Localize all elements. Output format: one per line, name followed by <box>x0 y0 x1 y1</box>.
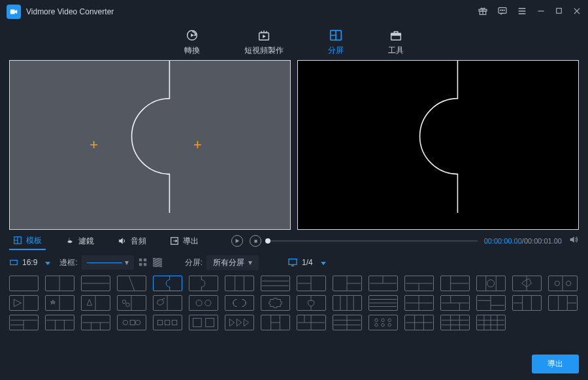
template-item[interactable] <box>189 295 218 311</box>
template-item[interactable] <box>189 276 218 291</box>
template-item[interactable] <box>368 315 398 330</box>
template-item[interactable] <box>512 276 542 291</box>
template-item[interactable] <box>333 295 362 311</box>
template-item[interactable] <box>117 295 146 311</box>
template-item[interactable] <box>440 315 470 330</box>
template-item[interactable] <box>476 276 506 291</box>
border-pattern-icon[interactable] <box>152 257 163 268</box>
gift-icon[interactable] <box>478 6 488 18</box>
template-item[interactable] <box>81 315 110 330</box>
feedback-icon[interactable] <box>497 6 508 18</box>
template-item[interactable] <box>189 315 218 330</box>
nav-mv[interactable]: 短視頻製作 <box>238 25 290 59</box>
edit-canvas[interactable]: + + <box>9 60 291 230</box>
export-button[interactable]: 導出 <box>532 355 579 373</box>
template-item[interactable] <box>81 295 110 311</box>
svg-point-31 <box>196 300 202 306</box>
template-item[interactable] <box>225 315 254 330</box>
timeline-slider[interactable] <box>268 240 478 242</box>
template-item[interactable] <box>548 276 578 291</box>
template-item[interactable] <box>476 315 506 330</box>
tab-template[interactable]: 模板 <box>9 232 46 250</box>
svg-rect-35 <box>130 320 135 325</box>
svg-point-45 <box>382 323 385 326</box>
template-item[interactable] <box>9 295 39 311</box>
template-item[interactable] <box>9 315 39 330</box>
border-label: 邊框: <box>59 257 77 268</box>
template-item[interactable] <box>297 276 326 291</box>
svg-rect-36 <box>157 320 162 325</box>
template-grid <box>0 274 588 330</box>
template-item[interactable] <box>153 315 182 330</box>
template-item[interactable] <box>404 315 434 330</box>
add-media-right[interactable]: + <box>193 136 202 153</box>
template-item[interactable] <box>440 295 470 311</box>
border-color-icon[interactable] <box>138 257 148 268</box>
nav-toolbox-label: 工具 <box>388 45 404 56</box>
nav-mv-label: 短視頻製作 <box>244 45 284 56</box>
volume-icon[interactable] <box>568 234 579 247</box>
template-item[interactable] <box>368 276 398 291</box>
template-item[interactable] <box>261 295 290 311</box>
template-item[interactable] <box>81 276 110 291</box>
tab-export[interactable]: 導出 <box>166 233 203 249</box>
template-item[interactable] <box>297 315 326 330</box>
template-item[interactable] <box>297 295 326 311</box>
svg-point-34 <box>135 320 140 325</box>
template-item[interactable] <box>45 276 74 291</box>
stop-button[interactable] <box>250 235 261 247</box>
menu-icon[interactable] <box>517 6 527 18</box>
nav-collage[interactable]: 分屏 <box>321 25 350 59</box>
svg-point-41 <box>375 319 378 322</box>
tab-audio-label: 音頻 <box>131 236 146 247</box>
split-filter-selector[interactable]: 所有分屏▾ <box>206 255 259 270</box>
svg-marker-17 <box>236 239 240 243</box>
minimize-icon[interactable] <box>536 7 546 18</box>
add-media-left[interactable]: + <box>90 136 98 153</box>
preview-canvas <box>297 60 579 230</box>
nav-toolbox[interactable]: 工具 <box>382 25 410 59</box>
svg-point-4 <box>500 10 501 10</box>
timecode: 00:00:00.00/00:00:01.00 <box>484 237 562 245</box>
template-item[interactable] <box>153 276 182 291</box>
svg-rect-38 <box>172 320 176 325</box>
svg-point-43 <box>388 319 391 322</box>
tab-audio[interactable]: 音頻 <box>114 233 150 249</box>
template-item[interactable] <box>368 295 398 311</box>
svg-point-32 <box>205 300 211 306</box>
template-item[interactable] <box>261 315 290 330</box>
app-title: Vidmore Video Converter <box>26 7 114 16</box>
template-item[interactable] <box>225 295 254 311</box>
template-item[interactable] <box>45 315 74 330</box>
template-item[interactable] <box>440 276 470 291</box>
top-nav: 轉換 短視頻製作 分屏 工具 <box>0 24 588 60</box>
nav-convert[interactable]: 轉換 <box>178 25 206 59</box>
aspect-ratio-selector[interactable]: 16:9 <box>9 258 50 267</box>
template-item[interactable] <box>333 315 362 330</box>
template-item[interactable] <box>333 276 362 291</box>
template-item[interactable] <box>404 276 434 291</box>
template-item[interactable] <box>117 276 146 291</box>
main-area: + + <box>0 60 588 230</box>
template-item[interactable] <box>225 276 254 291</box>
template-item[interactable] <box>117 315 146 330</box>
template-item[interactable] <box>512 295 542 311</box>
play-button[interactable] <box>231 235 243 247</box>
border-style-selector[interactable]: ▾ <box>82 255 134 270</box>
svg-point-28 <box>566 281 571 285</box>
tab-filter[interactable]: 濾鏡 <box>61 233 98 249</box>
svg-rect-18 <box>254 240 257 242</box>
template-item[interactable] <box>261 276 290 291</box>
template-item[interactable] <box>476 295 506 311</box>
options-bar: 16:9 邊框: ▾ 分屏: 所有分屏▾ 1/4 <box>0 251 588 274</box>
template-item[interactable] <box>45 295 74 311</box>
template-item[interactable] <box>153 295 182 311</box>
svg-rect-21 <box>144 259 146 261</box>
template-item[interactable] <box>404 295 434 311</box>
close-icon[interactable] <box>572 7 581 18</box>
template-item[interactable] <box>548 295 578 311</box>
template-item[interactable] <box>9 276 39 291</box>
maximize-icon[interactable] <box>555 7 563 17</box>
screen-count-selector[interactable]: 1/4 <box>287 258 326 267</box>
svg-point-42 <box>382 319 385 322</box>
